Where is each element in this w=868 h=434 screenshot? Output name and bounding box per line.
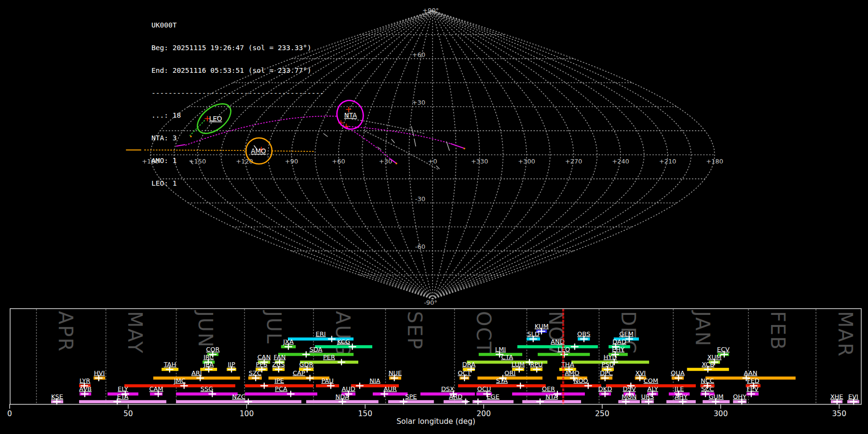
- shower-label-DRA: DRA: [462, 361, 476, 368]
- sporadic-streak: [392, 139, 394, 143]
- shower-label-HYD: HYD: [604, 353, 617, 361]
- shower-label-NTA: NTA: [545, 393, 558, 400]
- count-leo: LEO: 1: [151, 180, 324, 188]
- shower-label-OHY: OHY: [733, 393, 746, 400]
- month-label-MAY: MAY: [124, 311, 146, 354]
- plot-canvas: +180+150+120+90+60+30+0+330+300+270+240+…: [0, 0, 868, 434]
- shower-label-GEM: GEM: [619, 330, 634, 338]
- shower-label-AHY: AHY: [675, 393, 688, 400]
- shower-label-EGE: EGE: [487, 393, 500, 400]
- pole-label-south: -90°: [424, 299, 437, 306]
- month-label-JUN: JUN: [194, 310, 217, 348]
- activity-timeline: APRMAYJUNJULAUGSEPOCTNOVDECJANFEBMARKUME…: [7, 309, 861, 418]
- radiant-label-NTA: NTA: [344, 111, 357, 119]
- shower-bar-NZC: [176, 400, 301, 403]
- shower-label-FEV: FEV: [746, 385, 759, 393]
- observation-info-panel: UK000T Beg: 20251115 19:26:47 (sol = 233…: [151, 7, 324, 195]
- shower-label-ELY: ELY: [118, 385, 128, 393]
- radiant-map-screenshot: { "header": { "station": "UK000T", "beg_…: [0, 0, 868, 434]
- x-axis-title: Solar longitude (deg): [396, 417, 475, 426]
- shower-label-XVI: XVI: [636, 369, 646, 377]
- count-amo: AMO: 1: [151, 157, 324, 165]
- month-label-JUL: JUL: [263, 310, 285, 344]
- shower-label-IPE: IPE: [274, 377, 284, 384]
- shower-bar-NOO: [560, 384, 601, 387]
- shower-label-HVI: HVI: [94, 369, 105, 377]
- shower-bar-SSG: [176, 393, 238, 395]
- observation-end: End: 20251116 05:53:51 (sol = 233.77°): [151, 67, 324, 75]
- x-tick-label: 300: [714, 409, 728, 418]
- longitude-label: +300: [518, 158, 535, 165]
- shower-label-ERI: ERI: [316, 330, 326, 338]
- shower-label-NZC: NZC: [232, 393, 245, 400]
- latitude-label: +30: [412, 99, 425, 106]
- meteor-track-magenta: [346, 126, 451, 144]
- shower-label-URS: URS: [641, 393, 654, 400]
- shower-label-STA: STA: [496, 377, 508, 384]
- shower-label-OER: OER: [542, 385, 555, 393]
- month-label-APR: APR: [54, 311, 77, 352]
- track-tip-dot: [463, 148, 465, 149]
- x-tick-label: 350: [832, 409, 846, 418]
- x-tick-label: 100: [240, 409, 254, 418]
- shower-label-ARD: ARD: [449, 393, 462, 400]
- separator-line: ----------------------------------------…: [151, 90, 324, 97]
- longitude-label: +0: [428, 158, 437, 165]
- shower-label-MON: MON: [622, 393, 637, 400]
- month-label-JAN: JAN: [692, 310, 714, 347]
- x-tick-label: 0: [7, 409, 12, 418]
- shower-label-LUM: LUM: [512, 361, 525, 368]
- shower-bar-ETA: [79, 400, 166, 403]
- longitude-label: +270: [565, 158, 583, 165]
- longitude-label: +210: [659, 158, 677, 165]
- shower-bar-DSX: [420, 393, 475, 395]
- shower-label-LMI: LMI: [495, 346, 506, 353]
- shower-label-GDR: GDR: [299, 361, 313, 368]
- shower-label-CAP: CAP: [293, 369, 305, 377]
- shower-label-EHY: EHY: [612, 346, 624, 353]
- shower-label-PAU: PAU: [321, 377, 333, 384]
- shower-bar-SPE: [388, 400, 434, 403]
- shower-label-DAD: DAD: [612, 338, 626, 345]
- meteor-track-gray: [365, 131, 438, 169]
- month-label-OCT: OCT: [473, 311, 495, 354]
- shower-label-SDA: SDA: [310, 346, 323, 353]
- observation-begin: Beg: 20251115 19:26:47 (sol = 233.33°): [151, 44, 324, 52]
- latitude-label: -60: [415, 243, 425, 250]
- shower-bar-ORI: [477, 377, 542, 380]
- shower-bar-AUR: [373, 393, 407, 395]
- shower-bar-STA: [458, 384, 546, 387]
- shower-label-AUR: AUR: [383, 385, 396, 393]
- count-nta: NTA: 3: [151, 135, 324, 142]
- sporadic-streak: [414, 139, 416, 146]
- meteor-track-magenta: [347, 127, 391, 159]
- shower-label-OCU: OCU: [477, 385, 491, 393]
- latitude-label: -30: [415, 195, 425, 203]
- shower-label-PCA: PCA: [275, 385, 287, 393]
- x-tick-label: 50: [123, 409, 133, 418]
- shower-label-DPC: DPC: [600, 369, 613, 377]
- x-tick-label: 200: [476, 409, 491, 418]
- shower-bar-SDA: [278, 353, 353, 356]
- shower-label-ETA: ETA: [117, 393, 128, 400]
- shower-label-QUA: QUA: [671, 369, 685, 377]
- shower-label-SPE: SPE: [405, 393, 417, 400]
- longitude-label: +330: [471, 158, 488, 165]
- shower-label-PER: PER: [323, 353, 335, 361]
- shower-label-CAM: CAM: [149, 385, 163, 393]
- latitude-label: +60: [412, 51, 425, 58]
- track-tip-dot: [395, 163, 397, 164]
- shower-label-AVB: AVB: [79, 385, 92, 393]
- longitude-label: +60: [332, 158, 345, 165]
- shower-label-ORI: ORI: [504, 369, 515, 377]
- shower-bar-NTA: [522, 400, 581, 403]
- month-label-AUG: AUG: [332, 311, 354, 356]
- month-label-FEB: FEB: [767, 311, 789, 351]
- shower-label-DSX: DSX: [441, 385, 454, 393]
- shower-label-SZC: SZC: [249, 369, 261, 377]
- shower-label-SSG: SSG: [201, 385, 214, 393]
- shower-bar-JMC: [124, 384, 235, 387]
- shower-label-AMO: AMO: [565, 369, 579, 377]
- shower-label-COM: COM: [643, 377, 658, 384]
- month-label-MAR: MAR: [834, 311, 856, 357]
